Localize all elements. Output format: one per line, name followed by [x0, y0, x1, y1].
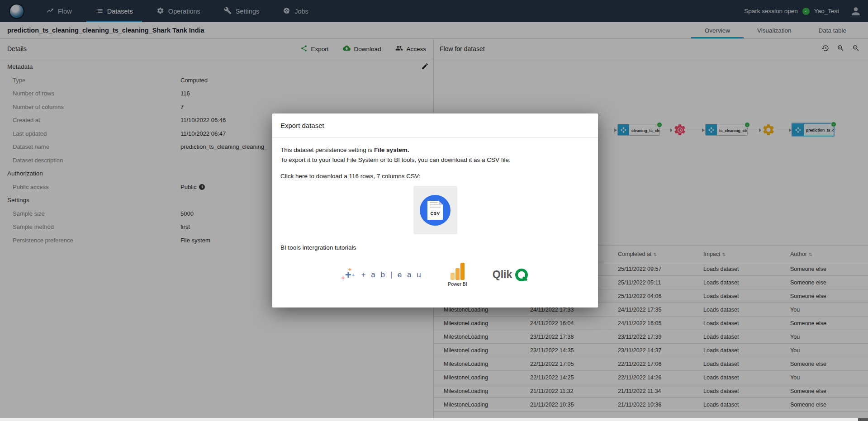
- csv-label: CSV: [427, 211, 443, 216]
- bi-logos-row: ++++ + a b | e a u Power BI Qlik: [280, 263, 590, 287]
- modal-title: Export dataset: [272, 114, 598, 138]
- csv-circle: CSV: [420, 195, 451, 226]
- powerbi-bars-icon: [451, 263, 465, 280]
- qlik-q-icon: [515, 269, 528, 281]
- horizontal-scrollbar[interactable]: [0, 418, 868, 421]
- export-dataset-modal: Export dataset This dataset persistence …: [272, 114, 598, 307]
- app-window: Flow Datasets Operations Settings Jobs S…: [0, 0, 868, 421]
- tableau-icon: ++++: [342, 268, 357, 282]
- persistence-line: This dataset persistence setting is File…: [280, 145, 590, 155]
- tableau-wordmark: + a b | e a u: [361, 270, 422, 279]
- qlik-logo[interactable]: Qlik: [493, 269, 528, 281]
- modal-body: This dataset persistence setting is File…: [272, 138, 598, 287]
- csv-file-icon: CSV: [427, 201, 443, 220]
- bi-tools-header: BI tools intergration tutorials: [280, 244, 590, 251]
- scrollbar-thumb[interactable]: [858, 418, 868, 421]
- csv-download-button[interactable]: CSV: [413, 186, 457, 234]
- export-hint-line: To export it to your local File System o…: [280, 155, 590, 165]
- powerbi-logo[interactable]: Power BI: [448, 263, 467, 287]
- csv-download-line: Click here to download a 116 rows, 7 col…: [280, 171, 590, 181]
- powerbi-label: Power BI: [448, 281, 467, 287]
- qlik-wordmark: Qlik: [493, 269, 512, 281]
- tableau-logo[interactable]: ++++ + a b | e a u: [342, 268, 422, 282]
